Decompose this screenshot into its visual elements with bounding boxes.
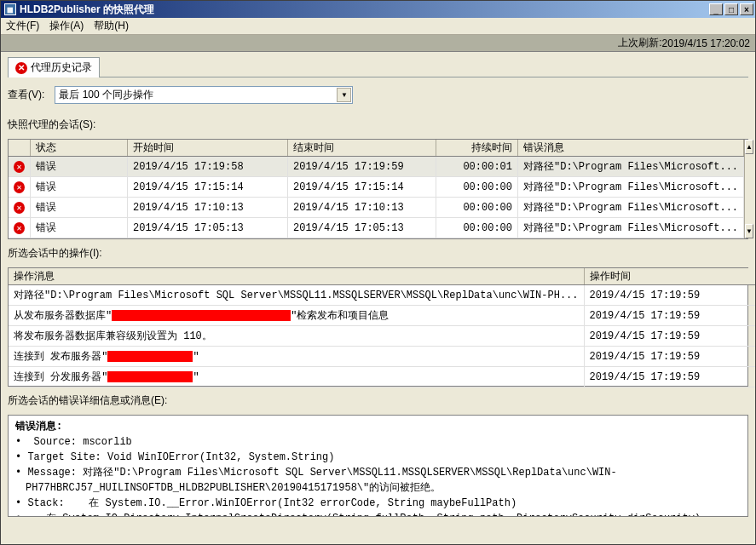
cell-start: 2019/4/15 17:10:13 <box>128 198 288 217</box>
chevron-down-icon[interactable]: ▼ <box>337 88 351 102</box>
row-error-icon: ✕ <box>9 218 31 238</box>
error-line: • Message: 对路径"D:\Program Files\Microsof… <box>15 465 741 496</box>
table-row[interactable]: 连接到 发布服务器""2019/4/15 17:19:59 <box>9 347 755 367</box>
cell-op-time: 2019/4/15 17:19:59 <box>585 285 755 305</box>
table-row[interactable]: 对路径"D:\Program Files\Microsoft SQL Serve… <box>9 285 755 306</box>
tab-label: 代理历史记录 <box>31 60 92 75</box>
col-icon[interactable] <box>9 140 31 156</box>
cell-end: 2019/4/15 17:19:59 <box>288 157 436 176</box>
cell-dur: 00:00:00 <box>436 218 518 238</box>
view-label: 查看(V): <box>8 88 44 102</box>
row-error-icon: ✕ <box>9 177 31 197</box>
tab-row: ✕ 代理历史记录 <box>8 57 748 77</box>
status-line: 上次刷新: 2019/4/15 17:20:02 <box>1 35 755 52</box>
col-status[interactable]: 状态 <box>31 140 128 156</box>
redacted-text <box>107 371 193 382</box>
menu-file[interactable]: 文件(F) <box>6 19 39 33</box>
menu-action[interactable]: 操作(A) <box>49 19 84 33</box>
table-row[interactable]: 从发布服务器数据库""检索发布和项目信息2019/4/15 17:19:59 <box>9 306 755 326</box>
tab-agent-history[interactable]: ✕ 代理历史记录 <box>8 57 100 77</box>
error-icon: ✕ <box>15 62 27 74</box>
close-button[interactable]: × <box>740 3 753 15</box>
cell-start: 2019/4/15 17:15:14 <box>128 177 288 197</box>
cell-op-time: 2019/4/15 17:19:59 <box>585 306 755 325</box>
col-op-time[interactable]: 操作时间 <box>585 268 755 284</box>
error-box: 错误消息: • Source: mscorlib• Target Site: V… <box>8 415 748 517</box>
cell-msg: 对路径"D:\Program Files\Microsoft... <box>518 177 744 197</box>
cell-end: 2019/4/15 17:05:13 <box>288 218 436 238</box>
col-op-msg[interactable]: 操作消息 <box>9 268 585 284</box>
menubar: 文件(F) 操作(A) 帮助(H) <box>1 18 755 35</box>
redacted-text <box>112 310 291 321</box>
cell-msg: 对路径"D:\Program Files\Microsoft... <box>518 198 744 217</box>
table-row[interactable]: ✕错误2019/4/15 17:05:132019/4/15 17:05:130… <box>9 218 744 238</box>
row-error-icon: ✕ <box>9 198 31 217</box>
cell-start: 2019/4/15 17:19:58 <box>128 157 288 176</box>
error-line: • Stack: 在 System.IO.__Error.WinIOError(… <box>15 496 741 511</box>
col-dur[interactable]: 持续时间 <box>436 140 518 156</box>
last-refresh-time: 2019/4/15 17:20:02 <box>662 37 750 49</box>
view-selected: 最后 100 个同步操作 <box>59 88 153 102</box>
cell-msg: 对路径"D:\Program Files\Microsoft... <box>518 157 744 176</box>
titlebar: ▦ HLDB2Publisher 的快照代理 _ □ × <box>1 1 755 18</box>
cell-status: 错误 <box>31 218 128 238</box>
col-start[interactable]: 开始时间 <box>128 140 288 156</box>
cell-dur: 00:00:01 <box>436 157 518 176</box>
cell-status: 错误 <box>31 177 128 197</box>
col-end[interactable]: 结束时间 <box>288 140 436 156</box>
sessions-grid: 状态 开始时间 结束时间 持续时间 错误消息 ✕错误2019/4/15 17:1… <box>8 139 748 239</box>
view-combo[interactable]: 最后 100 个同步操作 ▼ <box>55 86 353 104</box>
table-row[interactable]: 将发布服务器数据库兼容级别设置为 110。2019/4/15 17:19:59 <box>9 326 755 347</box>
cell-status: 错误 <box>31 157 128 176</box>
maximize-button[interactable]: □ <box>724 3 738 15</box>
sessions-header: 状态 开始时间 结束时间 持续时间 错误消息 <box>9 140 744 157</box>
table-row[interactable]: 连接到 分发服务器""2019/4/15 17:19:59 <box>9 367 755 387</box>
cell-op-msg: 对路径"D:\Program Files\Microsoft SQL Serve… <box>9 285 585 305</box>
last-refresh-label: 上次刷新: <box>618 36 661 50</box>
cell-msg: 对路径"D:\Program Files\Microsoft... <box>518 218 744 238</box>
err-label: 所选会话的错误详细信息或消息(E): <box>8 393 748 408</box>
app-window: ▦ HLDB2Publisher 的快照代理 _ □ × 文件(F) 操作(A)… <box>0 0 756 545</box>
ops-grid: 操作消息 操作时间 对路径"D:\Program Files\Microsoft… <box>8 267 748 387</box>
cell-op-time: 2019/4/15 17:19:59 <box>585 367 755 387</box>
menu-help[interactable]: 帮助(H) <box>94 19 129 33</box>
table-row[interactable]: ✕错误2019/4/15 17:15:142019/4/15 17:15:140… <box>9 177 744 198</box>
sessions-label: 快照代理的会话(S): <box>8 118 748 132</box>
scroll-up-icon[interactable]: ▲ <box>745 140 753 154</box>
cell-start: 2019/4/15 17:05:13 <box>128 218 288 238</box>
row-error-icon: ✕ <box>9 157 31 176</box>
redacted-text <box>107 351 193 362</box>
error-line: • 在 System.IO.Directory.InternalCreateDi… <box>15 511 741 517</box>
col-msg[interactable]: 错误消息 <box>518 140 744 156</box>
cell-end: 2019/4/15 17:15:14 <box>288 177 436 197</box>
cell-dur: 00:00:00 <box>436 198 518 217</box>
minimize-button[interactable]: _ <box>709 3 723 15</box>
sessions-scrollbar[interactable]: ▲ ▼ <box>744 140 753 238</box>
scroll-down-icon[interactable]: ▼ <box>745 224 753 238</box>
cell-op-msg: 从发布服务器数据库""检索发布和项目信息 <box>9 306 585 325</box>
window-title: HLDB2Publisher 的快照代理 <box>20 3 709 17</box>
table-row[interactable]: ✕错误2019/4/15 17:19:582019/4/15 17:19:590… <box>9 157 744 177</box>
cell-status: 错误 <box>31 198 128 217</box>
cell-op-time: 2019/4/15 17:19:59 <box>585 326 755 346</box>
cell-op-msg: 连接到 发布服务器"" <box>9 347 585 366</box>
cell-op-msg: 将发布服务器数据库兼容级别设置为 110。 <box>9 326 585 346</box>
error-heading: 错误消息: <box>15 419 741 434</box>
app-icon: ▦ <box>4 3 16 15</box>
cell-op-msg: 连接到 分发服务器"" <box>9 367 585 387</box>
ops-label: 所选会话中的操作(I): <box>8 246 748 261</box>
cell-end: 2019/4/15 17:10:13 <box>288 198 436 217</box>
error-line: • Target Site: Void WinIOError(Int32, Sy… <box>15 450 741 465</box>
error-line: • Source: mscorlib <box>15 434 741 450</box>
cell-op-time: 2019/4/15 17:19:59 <box>585 347 755 366</box>
cell-dur: 00:00:00 <box>436 177 518 197</box>
table-row[interactable]: ✕错误2019/4/15 17:10:132019/4/15 17:10:130… <box>9 198 744 218</box>
ops-header: 操作消息 操作时间 <box>9 268 755 285</box>
